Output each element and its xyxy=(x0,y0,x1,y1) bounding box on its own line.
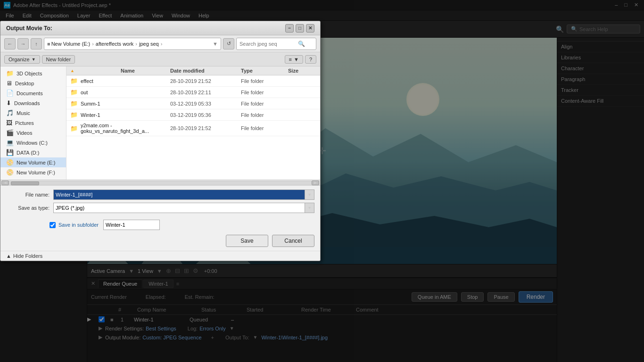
file-row[interactable]: 📁 out 28-10-2019 22:11 File folder xyxy=(66,87,320,98)
scroll-right-btn[interactable]: ▶ xyxy=(312,181,319,185)
file-list-header: ▲ Name Date modified Type Size xyxy=(66,66,320,75)
file-row[interactable]: 📁 Summ-1 03-12-2019 05:33 File folder xyxy=(66,98,320,109)
file-name-input[interactable] xyxy=(53,189,305,200)
dialog-search-input[interactable] xyxy=(239,41,296,47)
file-name: out xyxy=(81,90,170,95)
view-toggle-button[interactable]: ≡ ▼ xyxy=(285,55,303,64)
hide-folders-toggle[interactable]: ▲ xyxy=(6,253,11,259)
breadcrumb-subfolder[interactable]: jpeg seq xyxy=(139,41,159,47)
videos-icon: 🎬 xyxy=(6,129,14,136)
dialog-nav: ← → ↑ ■ New Volume (E:) › aftereffects w… xyxy=(0,35,320,52)
scroll-thumb[interactable] xyxy=(11,181,39,185)
col-header-date[interactable]: Date modified xyxy=(170,68,241,74)
dialog-body: 📁 3D Objects 🖥 Desktop 📄 Documents ⬇ Dow… xyxy=(0,66,320,180)
music-icon: 🎵 xyxy=(6,109,14,116)
dialog-buttons: Save Cancel xyxy=(0,233,320,251)
dialog-search-box: 🔍 xyxy=(236,38,316,50)
sep2: › xyxy=(135,41,137,47)
subfolder-checkbox[interactable] xyxy=(50,222,56,228)
dialog-overlay: Output Movie To: – □ ✕ ← → ↑ ■ New Volum… xyxy=(0,0,644,362)
sidebar-pictures[interactable]: 🖼 Pictures xyxy=(0,118,66,128)
file-type: File folder xyxy=(241,90,288,95)
col-header-name[interactable]: Name xyxy=(121,68,170,74)
file-name-label: File name: xyxy=(6,192,53,197)
sidebar-downloads[interactable]: ⬇ Downloads xyxy=(0,98,66,108)
dialog-close-button[interactable]: ✕ xyxy=(306,24,314,33)
file-date: 28-10-2019 21:52 xyxy=(170,125,241,131)
organize-dropdown-icon: ▼ xyxy=(32,57,36,62)
search-icon: 🔍 xyxy=(298,41,305,47)
sidebar-videos[interactable]: 🎬 Videos xyxy=(0,128,66,138)
file-dialog: Output Movie To: – □ ✕ ← → ↑ ■ New Volum… xyxy=(0,21,321,261)
dialog-maximize-button[interactable]: □ xyxy=(296,24,304,33)
sidebar-new-volume-f[interactable]: 📀 New Volume (F:) xyxy=(0,167,66,177)
breadcrumb: ■ New Volume (E:) › aftereffects work › … xyxy=(44,38,221,50)
dialog-minimize-button[interactable]: – xyxy=(285,24,294,33)
pictures-icon: 🖼 xyxy=(6,119,12,126)
file-list: ▲ Name Date modified Type Size 📁 effect … xyxy=(66,66,320,180)
subfolder-label[interactable]: Save in subfolder xyxy=(58,222,99,228)
file-type: File folder xyxy=(241,101,288,107)
breadcrumb-dropdown-icon[interactable]: ▼ xyxy=(213,41,218,47)
sidebar-documents[interactable]: 📄 Documents xyxy=(0,88,66,98)
nav-up-button[interactable]: ↑ xyxy=(31,38,42,49)
drive-c-icon: 💻 xyxy=(6,139,14,146)
horizontal-scrollbar[interactable]: ◀ ▶ xyxy=(0,180,320,185)
save-as-type-row: Save as type: ▼ xyxy=(6,203,314,213)
sidebar-3d-objects[interactable]: 📁 3D Objects xyxy=(0,68,66,78)
drive-f-icon: 📀 xyxy=(6,169,14,176)
sidebar-music[interactable]: 🎵 Music xyxy=(0,108,66,118)
col-header-size[interactable]: Size xyxy=(288,68,316,74)
nav-forward-button[interactable]: → xyxy=(17,38,29,49)
sep1: › xyxy=(92,41,94,47)
file-name-dropdown-icon[interactable]: ▼ xyxy=(305,189,314,200)
folder-icon: 📁 xyxy=(6,70,14,77)
sidebar-data-d[interactable]: 💾 DATA (D:) xyxy=(0,148,66,157)
scroll-track xyxy=(9,181,312,185)
subfolder-row: Save in subfolder xyxy=(0,220,320,230)
documents-icon: 📄 xyxy=(6,90,14,97)
folder-icon: 📁 xyxy=(70,77,78,84)
file-type: File folder xyxy=(241,112,288,118)
file-name: effect xyxy=(81,78,170,84)
file-date: 03-12-2019 05:33 xyxy=(170,101,241,107)
breadcrumb-folder[interactable]: aftereffects work xyxy=(96,41,134,47)
organize-button[interactable]: Organize ▼ xyxy=(4,55,40,64)
sidebar-windows-c[interactable]: 💻 Windows (C:) xyxy=(0,138,66,148)
col-header-type[interactable]: Type xyxy=(241,68,288,74)
file-name: y2mate.com - goku_vs_naruto_fight_3d_a..… xyxy=(81,123,170,134)
file-type: File folder xyxy=(241,78,288,84)
breadcrumb-drive[interactable]: New Volume (E:) xyxy=(51,41,91,47)
hide-folders-label[interactable]: Hide Folders xyxy=(13,253,42,259)
file-row[interactable]: 📁 effect 28-10-2019 21:52 File folder xyxy=(66,75,320,87)
nav-back-button[interactable]: ← xyxy=(4,38,16,49)
file-row[interactable]: 📁 Winter-1 03-12-2019 05:36 File folder xyxy=(66,109,320,121)
dialog-toolbar: Organize ▼ New folder ≡ ▼ ? xyxy=(0,52,320,66)
file-row[interactable]: 📁 y2mate.com - goku_vs_naruto_fight_3d_a… xyxy=(66,121,320,136)
file-date: 28-10-2019 22:11 xyxy=(170,90,241,95)
drive-d-icon: 💾 xyxy=(6,149,14,156)
sort-name-icon[interactable]: ▲ xyxy=(70,68,120,73)
folder-icon: 📁 xyxy=(70,125,78,132)
file-name-row: File name: ▼ xyxy=(6,189,314,200)
help-button[interactable]: ? xyxy=(305,55,316,64)
file-date: 28-10-2019 21:52 xyxy=(170,78,241,84)
save-as-type-dropdown-icon[interactable]: ▼ xyxy=(305,203,314,213)
subfolder-name-input[interactable] xyxy=(103,220,160,230)
save-as-type-label: Save as type: xyxy=(6,205,53,211)
new-folder-button[interactable]: New folder xyxy=(42,55,75,64)
scroll-left-btn[interactable]: ◀ xyxy=(1,181,9,185)
folder-icon: 📁 xyxy=(70,100,78,107)
file-date: 03-12-2019 05:36 xyxy=(170,112,241,118)
folder-icon: 📁 xyxy=(70,89,78,96)
refresh-button[interactable]: ↺ xyxy=(223,38,234,49)
sidebar-new-volume-e[interactable]: 📀 New Volume (E:) xyxy=(0,157,66,167)
save-button[interactable]: Save xyxy=(226,235,268,247)
file-type: File folder xyxy=(241,125,288,131)
view-icon: ≡ xyxy=(289,57,292,62)
save-as-type-input[interactable] xyxy=(53,203,305,213)
desktop-icon: 🖥 xyxy=(6,80,12,87)
sidebar-desktop[interactable]: 🖥 Desktop xyxy=(0,78,66,88)
cancel-button[interactable]: Cancel xyxy=(272,235,314,247)
drive-e-icon: 📀 xyxy=(6,159,14,166)
